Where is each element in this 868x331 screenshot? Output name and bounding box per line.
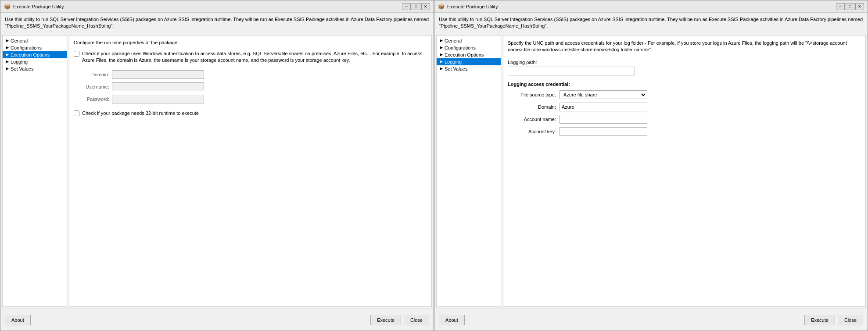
account-key-label: Account key:: [508, 129, 556, 134]
bit32-label: Check if your package needs 32-bit runti…: [82, 110, 199, 116]
arrow-execution-left: ▶: [6, 53, 9, 57]
content-title-left: Configure the run time properties of the…: [74, 40, 427, 45]
main-content-right: ▶ General ▶ Configurations ▶ Execution O…: [434, 33, 868, 309]
domain-row-right: Domain:: [508, 103, 861, 111]
logging-access-title: Logging access credential:: [508, 82, 861, 87]
close-button-left[interactable]: ✕: [421, 3, 430, 10]
title-bar-left: 📦 Execute Package Utility ─ □ ✕: [0, 0, 434, 13]
domain-cred-label: Domain:: [508, 104, 556, 110]
sidebar-label-execution-right: Execution Options: [445, 52, 484, 57]
footer-left: About Execute Close: [0, 309, 434, 331]
sidebar-item-configurations-left[interactable]: ▶ Configurations: [3, 44, 67, 51]
sidebar-label-configurations-left: Configurations: [11, 45, 42, 50]
arrow-general-right: ▶: [440, 39, 443, 43]
about-button-right[interactable]: About: [439, 315, 465, 325]
password-row: Password:: [81, 95, 427, 103]
sidebar-label-setvalues-left: Set Values: [11, 66, 33, 71]
close-button-right[interactable]: ✕: [855, 3, 864, 10]
logging-path-group: Logging path:: [508, 60, 861, 75]
description-right: Use this utility to run SQL Server Integ…: [434, 13, 868, 33]
app-icon-left: 📦: [4, 4, 11, 10]
title-bar-right: 📦 Execute Package Utility ─ □ ✕: [434, 0, 868, 13]
sidebar-item-setvalues-left[interactable]: ▶ Set Values: [3, 65, 67, 72]
logging-desc: Specify the UNC path and access credenti…: [508, 40, 861, 53]
sidebar-item-configurations-right[interactable]: ▶ Configurations: [437, 44, 501, 51]
password-input-left[interactable]: [112, 95, 204, 103]
arrow-general-left: ▶: [6, 39, 9, 43]
account-name-input[interactable]: [560, 115, 647, 124]
file-source-row: File source type: Azure file share: [508, 90, 861, 99]
password-label-left: Password:: [81, 96, 109, 102]
footer-right-right: Execute Close: [804, 315, 863, 325]
sidebar-item-execution-options-left[interactable]: ▶ Execution Options: [3, 51, 67, 58]
domain-input-left[interactable]: [112, 70, 204, 79]
windows-auth-row: Check if your package uses Windows authe…: [74, 50, 427, 64]
logging-path-label: Logging path:: [508, 60, 861, 65]
arrow-setvalues-left: ▶: [6, 67, 9, 71]
window-right: 📦 Execute Package Utility ─ □ ✕ Use this…: [434, 0, 868, 331]
window-left: 📦 Execute Package Utility ─ □ ✕ Use this…: [0, 0, 434, 331]
execute-button-right[interactable]: Execute: [804, 315, 835, 325]
file-source-select[interactable]: Azure file share: [560, 90, 647, 99]
sidebar-label-configurations-right: Configurations: [445, 45, 476, 50]
account-key-input[interactable]: [560, 127, 647, 136]
sidebar-label-execution-left: Execution Options: [11, 52, 50, 57]
title-controls-left: ─ □ ✕: [402, 3, 430, 10]
file-source-label: File source type:: [508, 92, 556, 97]
description-text-left: Use this utility to run SQL Server Integ…: [5, 17, 429, 28]
domain-label-left: Domain:: [81, 72, 109, 77]
execute-button-left[interactable]: Execute: [370, 315, 401, 325]
footer-right-left: Execute Close: [370, 315, 429, 325]
windows-auth-checkbox[interactable]: [74, 51, 79, 57]
footer-right: About Execute Close: [434, 309, 868, 331]
sidebar-label-general-right: General: [445, 38, 462, 43]
arrow-configurations-left: ▶: [6, 46, 9, 50]
domain-cred-input[interactable]: [560, 103, 647, 111]
maximize-button-right[interactable]: □: [846, 3, 854, 10]
content-panel-right: Specify the UNC path and access credenti…: [503, 35, 866, 307]
minimize-button-right[interactable]: ─: [836, 3, 845, 10]
sidebar-item-general-left[interactable]: ▶ General: [3, 37, 67, 44]
arrow-execution-right: ▶: [440, 53, 443, 57]
sidebar-label-logging-left: Logging: [11, 59, 28, 64]
content-panel-left: Configure the run time properties of the…: [69, 35, 432, 307]
close-button-footer-right[interactable]: Close: [838, 315, 863, 325]
sidebar-label-setvalues-right: Set Values: [445, 66, 467, 71]
main-content-left: ▶ General ▶ Configurations ▶ Execution O…: [0, 33, 434, 309]
arrow-logging-right: ▶: [440, 60, 443, 64]
sidebar-label-logging-right: Logging: [445, 59, 462, 64]
sidebar-item-setvalues-right[interactable]: ▶ Set Values: [437, 65, 501, 72]
bit32-checkbox[interactable]: [74, 110, 79, 116]
title-controls-right: ─ □ ✕: [836, 3, 864, 10]
account-name-label: Account name:: [508, 117, 556, 122]
sidebar-right: ▶ General ▶ Configurations ▶ Execution O…: [436, 35, 501, 307]
username-input-left[interactable]: [112, 82, 204, 91]
logging-path-input[interactable]: [508, 67, 635, 75]
app-icon-right: 📦: [438, 4, 445, 10]
account-name-row: Account name:: [508, 115, 861, 124]
description-text-right: Use this utility to run SQL Server Integ…: [439, 17, 863, 28]
description-left: Use this utility to run SQL Server Integ…: [0, 13, 434, 33]
domain-row: Domain:: [81, 70, 427, 79]
sidebar-item-logging-left[interactable]: ▶ Logging: [3, 58, 67, 65]
username-label-left: Username:: [81, 84, 109, 89]
window-title-left: Execute Package Utility: [13, 4, 64, 9]
sidebar-item-logging-right[interactable]: ▶ Logging: [437, 58, 501, 65]
arrow-configurations-right: ▶: [440, 46, 443, 50]
arrow-logging-left: ▶: [6, 60, 9, 64]
sidebar-item-execution-options-right[interactable]: ▶ Execution Options: [437, 51, 501, 58]
bit32-row: Check if your package needs 32-bit runti…: [74, 110, 427, 116]
username-row: Username:: [81, 82, 427, 91]
minimize-button-left[interactable]: ─: [402, 3, 411, 10]
close-button-footer-left[interactable]: Close: [404, 315, 429, 325]
title-text-right: 📦 Execute Package Utility: [438, 4, 498, 10]
windows-auth-label: Check if your package uses Windows authe…: [82, 50, 427, 64]
account-key-row: Account key:: [508, 127, 861, 136]
title-text-left: 📦 Execute Package Utility: [4, 4, 64, 10]
arrow-setvalues-right: ▶: [440, 67, 443, 71]
maximize-button-left[interactable]: □: [412, 3, 420, 10]
sidebar-item-general-right[interactable]: ▶ General: [437, 37, 501, 44]
about-button-left[interactable]: About: [5, 315, 31, 325]
sidebar-left: ▶ General ▶ Configurations ▶ Execution O…: [2, 35, 67, 307]
sidebar-label-general-left: General: [11, 38, 28, 43]
